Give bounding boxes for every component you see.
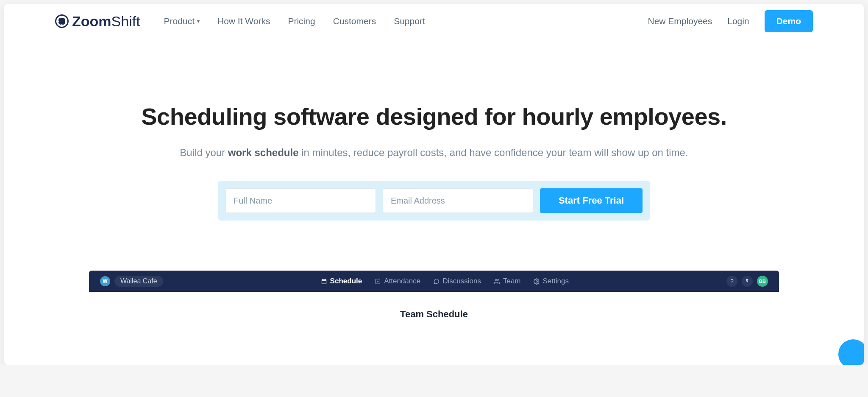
start-free-trial-button[interactable]: Start Free Trial xyxy=(540,188,643,213)
logo-icon xyxy=(55,14,69,28)
logo[interactable]: ZoomShift xyxy=(55,13,140,30)
nav-login[interactable]: Login xyxy=(727,16,749,26)
nav-pricing[interactable]: Pricing xyxy=(288,16,315,26)
nav-product-label: Product xyxy=(164,16,195,26)
demo-button[interactable]: Demo xyxy=(765,10,813,32)
signup-form: Start Free Trial xyxy=(218,181,650,221)
workspace-name[interactable]: Wailea Cafe xyxy=(114,276,163,287)
hero-subtext: Build your work schedule in minutes, red… xyxy=(21,145,847,160)
user-avatar[interactable]: BB xyxy=(757,276,768,287)
app-sub-heading: Team Schedule xyxy=(89,292,779,320)
team-icon xyxy=(494,278,500,285)
tab-team[interactable]: Team xyxy=(494,277,521,285)
nav-how-it-works[interactable]: How It Works xyxy=(217,16,270,26)
nav-customers[interactable]: Customers xyxy=(333,16,376,26)
chevron-down-icon: ▾ xyxy=(197,18,200,24)
nav-new-employees[interactable]: New Employees xyxy=(648,16,712,26)
tab-settings[interactable]: Settings xyxy=(534,277,569,285)
hero-headline: Scheduling software designed for hourly … xyxy=(21,102,847,131)
tab-schedule[interactable]: Schedule xyxy=(321,277,362,285)
email-input[interactable] xyxy=(383,188,533,213)
logo-text-bold: Zoom xyxy=(72,13,111,30)
tab-attendance[interactable]: Attendance xyxy=(375,277,420,285)
bolt-icon[interactable] xyxy=(742,276,753,287)
svg-point-1 xyxy=(495,279,497,281)
workspace-avatar[interactable]: W xyxy=(100,276,110,286)
checklist-icon xyxy=(375,278,381,285)
chat-icon xyxy=(433,278,440,285)
tab-discussions[interactable]: Discussions xyxy=(433,277,481,285)
nav-support[interactable]: Support xyxy=(394,16,425,26)
svg-point-3 xyxy=(536,280,537,282)
full-name-input[interactable] xyxy=(225,188,376,213)
nav-product[interactable]: Product ▾ xyxy=(164,16,200,26)
logo-text-thin: Shift xyxy=(111,13,140,30)
calendar-icon xyxy=(321,278,327,285)
svg-point-2 xyxy=(498,279,499,281)
app-preview: W Wailea Cafe Schedule Attendance Discus… xyxy=(89,271,779,320)
help-icon[interactable]: ? xyxy=(726,276,737,287)
floating-action-button[interactable] xyxy=(838,339,864,365)
gear-icon xyxy=(534,278,540,285)
